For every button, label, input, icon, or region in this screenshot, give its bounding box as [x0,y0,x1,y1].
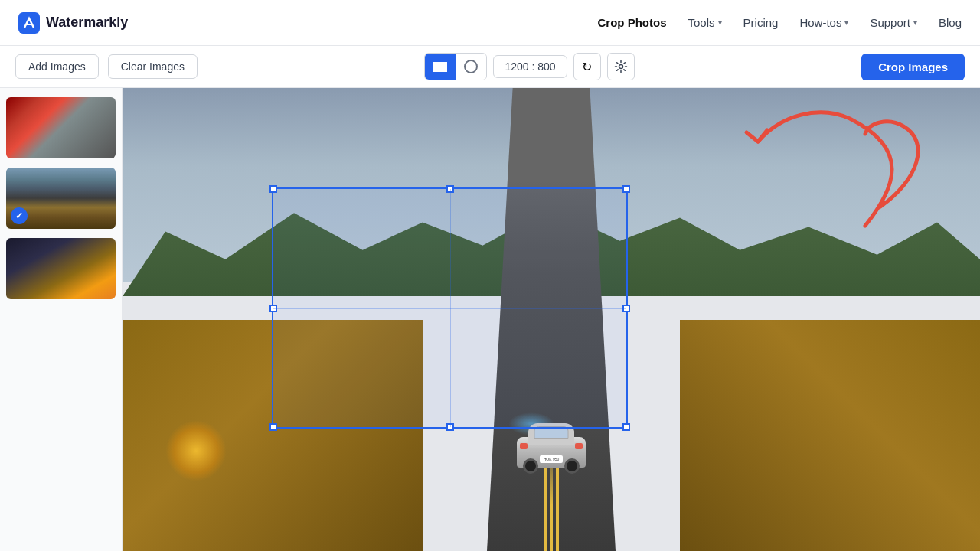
thumbnail-2-checkmark: ✓ [11,207,28,224]
crop-center-vert [450,189,451,427]
tail-light-l [520,443,528,449]
wheel-right [564,458,580,474]
logo-text: Watermarkly [46,15,128,31]
scene-sunburst [165,420,227,481]
toolbar: Add Images Clear Images 1200 : 800 ↻ Cro… [0,46,980,88]
nav-tools[interactable]: Tools ▾ [688,16,722,29]
rectangle-icon [433,62,447,72]
license-plate: HOK 950 [540,455,563,463]
thumbnail-1-image [6,97,116,158]
add-images-button[interactable]: Add Images [15,54,99,79]
settings-button[interactable] [607,53,635,80]
rotate-button[interactable]: ↻ [573,53,601,80]
handle-top-left[interactable] [270,185,277,193]
ratio-display[interactable]: 1200 : 800 [493,55,567,78]
handle-bottom-right[interactable] [622,423,630,431]
main-nav: Crop Photos Tools ▾ Pricing How-tos ▾ Su… [598,16,962,29]
handle-top-right[interactable] [622,185,630,193]
crop-images-button[interactable]: Crop Images [861,54,965,80]
nav-blog[interactable]: Blog [939,16,962,29]
toolbar-center-controls: 1200 : 800 ↻ [207,53,852,80]
canvas-area: HOK 950 [122,88,980,551]
nav-pricing[interactable]: Pricing [743,16,779,29]
support-chevron-icon: ▾ [913,18,917,27]
nav-howtos[interactable]: How-tos ▾ [799,16,848,29]
howtos-chevron-icon: ▾ [844,18,848,27]
nav-support[interactable]: Support ▾ [870,16,917,29]
logo[interactable]: Watermarkly [18,12,128,34]
thumbnail-1[interactable] [6,97,116,158]
shape-toggle [424,53,487,80]
tools-chevron-icon: ▾ [718,18,722,27]
svg-point-1 [619,65,622,69]
scene-ground-right [680,320,980,552]
header: Watermarkly Crop Photos Tools ▾ Pricing … [0,0,980,46]
thumbnail-2[interactable]: ✓ [6,168,116,229]
handle-bottom-left[interactable] [270,423,277,431]
sidebar: ✓ [0,88,122,551]
thumbnail-3-image [6,238,116,299]
circle-icon [464,60,478,73]
clear-images-button[interactable]: Clear Images [108,54,198,79]
road-line-3 [556,458,559,551]
tail-light-r [575,443,583,449]
logo-icon [18,12,40,34]
wheel-left [523,458,538,474]
svg-rect-0 [18,12,40,34]
settings-icon [614,60,628,73]
rect-shape-button[interactable] [425,54,456,80]
thumbnail-3[interactable] [6,238,116,299]
nav-crop-photos[interactable]: Crop Photos [598,16,667,29]
main-content: ✓ HOK 950 [0,88,980,551]
crop-box[interactable] [272,187,628,429]
road-line-2 [544,458,547,551]
circle-shape-button[interactable] [456,54,486,80]
